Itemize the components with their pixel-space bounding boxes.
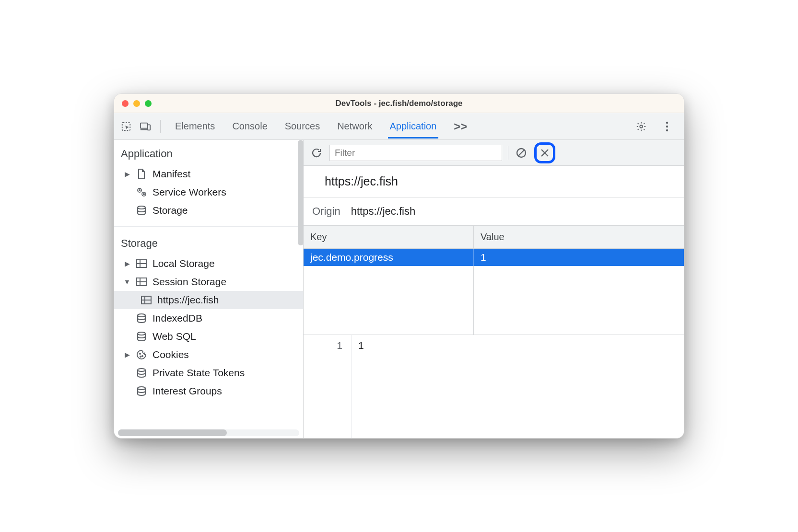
sidebar-item-manifest[interactable]: ▶ Manifest	[114, 165, 303, 183]
database-icon	[135, 204, 148, 217]
svg-point-26	[140, 356, 141, 357]
tab-application[interactable]: Application	[388, 114, 439, 139]
svg-point-7	[666, 129, 668, 131]
tab-network[interactable]: Network	[335, 114, 374, 139]
origin-heading: https://jec.fish	[304, 166, 684, 197]
window-title: DevTools - jec.fish/demo/storage	[114, 99, 684, 108]
sidebar-item-websql[interactable]: Web SQL	[114, 327, 303, 346]
svg-rect-3	[148, 125, 151, 130]
tabs-overflow[interactable]: >>	[452, 113, 469, 140]
file-icon	[135, 168, 148, 180]
sidebar-item-label: Private State Tokens	[153, 367, 245, 379]
svg-point-23	[138, 332, 145, 335]
svg-point-4	[640, 125, 643, 128]
refresh-button[interactable]	[309, 146, 324, 160]
sidebar-item-indexeddb[interactable]: IndexedDB	[114, 309, 303, 327]
delete-selected-highlight	[534, 142, 555, 163]
tab-elements[interactable]: Elements	[173, 114, 217, 139]
section-storage: Storage	[114, 230, 303, 254]
column-key[interactable]: Key	[304, 226, 474, 248]
origin-label: Origin	[312, 205, 340, 218]
chevron-right-icon: ▶	[124, 260, 130, 267]
origin-value: https://jec.fish	[351, 205, 416, 218]
settings-icon[interactable]	[634, 119, 648, 134]
device-toggle-icon[interactable]	[138, 119, 153, 134]
value-preview: 1 1	[304, 335, 684, 438]
tab-console[interactable]: Console	[230, 114, 269, 139]
titlebar: DevTools - jec.fish/demo/storage	[114, 94, 684, 113]
cell-key[interactable]: jec.demo.progress	[304, 249, 474, 266]
kebab-menu-icon[interactable]	[660, 119, 674, 134]
tabbar: Elements Console Sources Network Applica…	[114, 113, 684, 140]
kv-table-body: jec.demo.progress 1	[304, 249, 684, 335]
cell-value[interactable]: 1	[474, 252, 684, 263]
database-icon	[135, 312, 148, 324]
svg-point-25	[142, 356, 143, 357]
tabs: Elements Console Sources Network Applica…	[173, 113, 630, 140]
svg-point-22	[138, 314, 145, 317]
sidebar-item-cookies[interactable]: ▶ Cookies	[114, 346, 303, 364]
sidebar-item-label: Web SQL	[153, 331, 196, 342]
chevron-down-icon: ▼	[124, 278, 130, 286]
toolbar-divider	[508, 146, 508, 160]
sidebar-item-label: Manifest	[153, 168, 190, 180]
svg-point-27	[138, 369, 145, 371]
grid-icon	[135, 257, 148, 270]
filter-input[interactable]	[329, 145, 502, 161]
scrollbar-thumb[interactable]	[118, 429, 227, 436]
vertical-scrollbar[interactable]	[298, 140, 304, 245]
cookie-icon	[135, 348, 148, 361]
chevron-right-icon: ▶	[124, 170, 130, 178]
preview-line-number: 1	[304, 335, 352, 438]
storage-toolbar	[304, 140, 684, 166]
sidebar-item-label: Service Workers	[153, 186, 226, 198]
svg-point-11	[143, 194, 144, 195]
sidebar-item-label: https://jec.fish	[157, 294, 219, 306]
sidebar-item-private-state-tokens[interactable]: Private State Tokens	[114, 364, 303, 382]
tab-sources[interactable]: Sources	[283, 114, 322, 139]
sidebar-item-label: Storage	[153, 205, 188, 216]
sidebar-horizontal-scrollbar[interactable]	[118, 429, 299, 436]
database-icon	[135, 330, 148, 343]
sidebar-item-label: Interest Groups	[153, 385, 222, 397]
sidebar-item-session-storage[interactable]: ▼ Session Storage	[114, 273, 303, 291]
inspect-icon[interactable]	[119, 119, 133, 134]
gears-icon	[135, 186, 148, 198]
grid-icon	[135, 276, 148, 288]
sidebar: Application ▶ Manifest	[114, 140, 304, 438]
kv-table-header: Key Value	[304, 226, 684, 249]
devtools-window: DevTools - jec.fish/demo/storage Element…	[114, 93, 684, 439]
database-icon	[135, 367, 148, 379]
sidebar-item-session-storage-origin[interactable]: https://jec.fish	[114, 291, 303, 309]
origin-row: Origin https://jec.fish	[304, 197, 684, 226]
svg-rect-1	[141, 123, 148, 128]
grid-icon	[140, 294, 153, 306]
sidebar-item-interest-groups[interactable]: Interest Groups	[114, 382, 303, 400]
tabbar-divider	[160, 120, 161, 133]
svg-point-28	[138, 387, 145, 390]
database-icon	[135, 385, 148, 397]
sidebar-item-local-storage[interactable]: ▶ Local Storage	[114, 254, 303, 273]
chevron-right-icon: ▶	[124, 351, 130, 359]
section-application: Application	[114, 140, 303, 165]
svg-point-12	[138, 206, 145, 209]
sidebar-item-label: IndexedDB	[153, 312, 202, 324]
sidebar-item-label: Session Storage	[153, 276, 226, 288]
clear-all-button[interactable]	[514, 146, 528, 160]
sidebar-item-label: Local Storage	[153, 258, 215, 269]
preview-value: 1	[352, 335, 371, 438]
svg-point-24	[140, 353, 141, 354]
main-panel: https://jec.fish Origin https://jec.fish…	[304, 140, 684, 438]
column-value[interactable]: Value	[474, 226, 684, 248]
svg-point-6	[666, 125, 668, 127]
sidebar-item-service-workers[interactable]: Service Workers	[114, 183, 303, 201]
content: Application ▶ Manifest	[114, 140, 684, 438]
sidebar-divider	[114, 226, 303, 227]
table-row[interactable]: jec.demo.progress 1	[304, 249, 684, 266]
delete-selected-button[interactable]	[538, 146, 552, 160]
svg-line-30	[518, 150, 524, 156]
svg-point-5	[666, 121, 668, 123]
sidebar-item-storage[interactable]: Storage	[114, 201, 303, 220]
sidebar-item-label: Cookies	[153, 349, 189, 360]
table-empty-area[interactable]	[304, 266, 684, 335]
